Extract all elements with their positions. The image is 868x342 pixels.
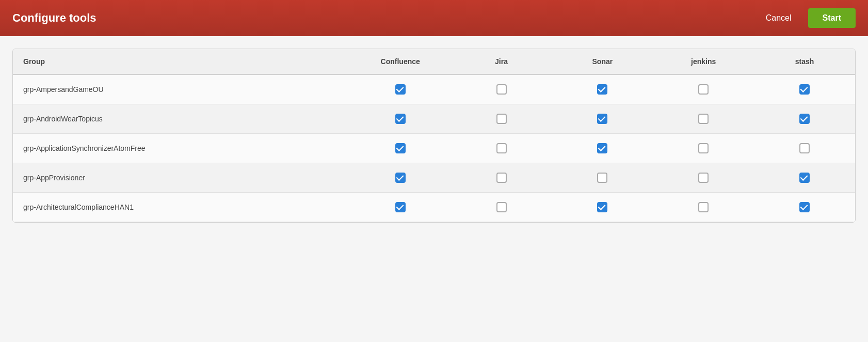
cell-sonar (552, 134, 653, 163)
cell-sonar (552, 163, 653, 193)
checkbox-stash-row2[interactable] (799, 143, 810, 153)
cell-jenkins (653, 193, 754, 222)
col-header-jenkins: jenkins (653, 49, 754, 74)
col-header-group: Group (13, 49, 350, 74)
cell-confluence (350, 163, 451, 193)
checkbox-sonar-row4[interactable] (597, 202, 607, 212)
table-row: grp-AmpersandGameOU (13, 74, 855, 104)
tools-table-container: Group Confluence Jira Sonar jenkins stas… (12, 49, 856, 223)
cell-jira (451, 163, 552, 193)
checkbox-sonar-row0[interactable] (597, 84, 607, 95)
cell-stash (754, 163, 855, 193)
checkbox-confluence-row0[interactable] (395, 84, 406, 95)
start-button[interactable]: Start (808, 8, 856, 28)
group-cell: grp-ApplicationSynchronizerAtomFree (13, 134, 350, 163)
checkbox-jenkins-row1[interactable] (698, 114, 709, 124)
checkbox-confluence-row3[interactable] (395, 173, 406, 183)
checkbox-jenkins-row0[interactable] (698, 84, 709, 95)
checkbox-confluence-row1[interactable] (395, 114, 406, 124)
cell-stash (754, 74, 855, 104)
cell-sonar (552, 74, 653, 104)
app-header: Configure tools Cancel Start (0, 0, 868, 36)
table-row: grp-ApplicationSynchronizerAtomFree (13, 134, 855, 163)
group-cell: grp-AmpersandGameOU (13, 74, 350, 104)
cell-sonar (552, 193, 653, 222)
cell-confluence (350, 134, 451, 163)
checkbox-stash-row3[interactable] (799, 173, 810, 183)
col-header-sonar: Sonar (552, 49, 653, 74)
checkbox-jira-row1[interactable] (496, 114, 507, 124)
checkbox-jenkins-row4[interactable] (698, 202, 709, 212)
cell-jenkins (653, 74, 754, 104)
cell-confluence (350, 74, 451, 104)
cell-confluence (350, 193, 451, 222)
checkbox-jira-row3[interactable] (496, 173, 507, 183)
group-cell: grp-AndroidWearTopicus (13, 104, 350, 134)
cell-sonar (552, 104, 653, 134)
checkbox-confluence-row2[interactable] (395, 143, 406, 153)
col-header-confluence: Confluence (350, 49, 451, 74)
checkbox-sonar-row3[interactable] (597, 173, 607, 183)
cell-stash (754, 134, 855, 163)
checkbox-sonar-row1[interactable] (597, 114, 607, 124)
page-title: Configure tools (12, 11, 97, 25)
table-header: Group Confluence Jira Sonar jenkins stas… (13, 49, 855, 74)
cell-jenkins (653, 163, 754, 193)
cell-jira (451, 134, 552, 163)
table-body: grp-AmpersandGameOUgrp-AndroidWearTopicu… (13, 74, 855, 222)
cancel-button[interactable]: Cancel (758, 9, 800, 27)
group-cell: grp-ArchitecturalComplianceHAN1 (13, 193, 350, 222)
table-row: grp-ArchitecturalComplianceHAN1 (13, 193, 855, 222)
checkbox-confluence-row4[interactable] (395, 202, 406, 212)
checkbox-stash-row0[interactable] (799, 84, 810, 95)
col-header-jira: Jira (451, 49, 552, 74)
tools-table: Group Confluence Jira Sonar jenkins stas… (13, 49, 855, 222)
table-row: grp-AndroidWearTopicus (13, 104, 855, 134)
checkbox-jenkins-row2[interactable] (698, 143, 709, 153)
checkbox-stash-row4[interactable] (799, 202, 810, 212)
cell-stash (754, 193, 855, 222)
cell-jenkins (653, 104, 754, 134)
cell-jira (451, 74, 552, 104)
checkbox-stash-row1[interactable] (799, 114, 810, 124)
main-content: Group Confluence Jira Sonar jenkins stas… (0, 36, 868, 235)
checkbox-sonar-row2[interactable] (597, 143, 607, 153)
checkbox-jenkins-row3[interactable] (698, 173, 709, 183)
table-row: grp-AppProvisioner (13, 163, 855, 193)
group-cell: grp-AppProvisioner (13, 163, 350, 193)
header-actions: Cancel Start (758, 8, 856, 28)
cell-jenkins (653, 134, 754, 163)
cell-confluence (350, 104, 451, 134)
cell-stash (754, 104, 855, 134)
checkbox-jira-row0[interactable] (496, 84, 507, 95)
cell-jira (451, 193, 552, 222)
checkbox-jira-row4[interactable] (496, 202, 507, 212)
cell-jira (451, 104, 552, 134)
col-header-stash: stash (754, 49, 855, 74)
checkbox-jira-row2[interactable] (496, 143, 507, 153)
